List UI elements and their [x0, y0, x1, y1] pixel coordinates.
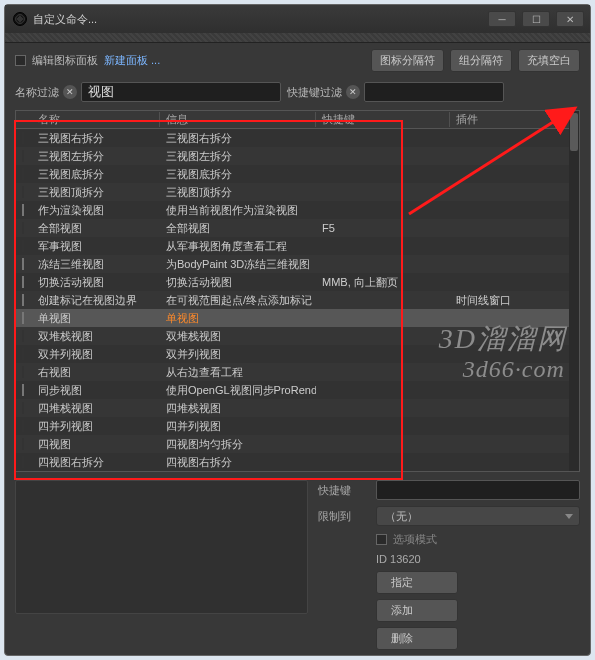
- row-icon: [22, 456, 24, 468]
- filter-row: 名称过滤 ✕ 快捷键过滤 ✕: [5, 78, 590, 110]
- delete-button[interactable]: 删除: [376, 627, 458, 650]
- table-row[interactable]: 三视图左拆分三视图左拆分: [16, 147, 579, 165]
- row-name: 四视图右拆分: [32, 455, 160, 470]
- row-icon: [22, 132, 24, 144]
- row-name: 军事视图: [32, 239, 160, 254]
- row-info: 四视图均匀拆分: [160, 437, 316, 452]
- table-row[interactable]: 四堆栈视图四堆栈视图: [16, 399, 579, 417]
- table-row[interactable]: 三视图顶拆分三视图顶拆分: [16, 183, 579, 201]
- row-info: 三视图底拆分: [160, 167, 316, 182]
- row-icon: [22, 366, 24, 378]
- row-info: 切换活动视图: [160, 275, 316, 290]
- row-shortcut: F5: [316, 222, 450, 234]
- col-plugin[interactable]: 插件: [450, 112, 560, 127]
- table-header: 名称 信息 快捷键 插件: [16, 111, 579, 129]
- row-icon: [22, 276, 24, 288]
- assign-button[interactable]: 指定: [376, 571, 458, 594]
- clear-name-filter-icon[interactable]: ✕: [63, 85, 77, 99]
- titlebar[interactable]: 自定义命令... ─ ☐ ✕: [5, 5, 590, 33]
- table-row[interactable]: 单视图单视图: [16, 309, 579, 327]
- edit-palette-label: 编辑图标面板: [32, 53, 98, 68]
- table-row[interactable]: 三视图底拆分三视图底拆分: [16, 165, 579, 183]
- table-row[interactable]: 同步视图使用OpenGL视图同步ProRend: [16, 381, 579, 399]
- fill-blank-button[interactable]: 充填空白: [518, 49, 580, 72]
- row-icon: [22, 258, 24, 270]
- row-info: 在可视范围起点/终点添加标记: [160, 293, 316, 308]
- row-info: 三视图右拆分: [160, 131, 316, 146]
- row-name: 全部视图: [32, 221, 160, 236]
- row-info: 使用OpenGL视图同步ProRend: [160, 383, 316, 398]
- row-icon: [22, 150, 24, 162]
- preview-panel: [15, 480, 308, 614]
- table-row[interactable]: 三视图右拆分三视图右拆分: [16, 129, 579, 147]
- minimize-button[interactable]: ─: [488, 11, 516, 27]
- row-icon: [22, 186, 24, 198]
- table-row[interactable]: 四并列视图四并列视图: [16, 417, 579, 435]
- id-text: ID 13620: [318, 553, 580, 565]
- new-panel-link[interactable]: 新建面板 ...: [104, 53, 160, 68]
- row-name: 三视图右拆分: [32, 131, 160, 146]
- shortcut-filter-input[interactable]: [364, 82, 504, 102]
- table-row[interactable]: 右视图从右边查看工程: [16, 363, 579, 381]
- table-row[interactable]: 全部视图全部视图F5: [16, 219, 579, 237]
- command-table: 名称 信息 快捷键 插件 三视图右拆分三视图右拆分三视图左拆分三视图左拆分三视图…: [15, 110, 580, 472]
- limit-select[interactable]: （无）: [376, 506, 580, 526]
- row-info: 从军事视图角度查看工程: [160, 239, 316, 254]
- row-icon: [22, 222, 24, 234]
- table-body[interactable]: 三视图右拆分三视图右拆分三视图左拆分三视图左拆分三视图底拆分三视图底拆分三视图顶…: [16, 129, 579, 471]
- col-name[interactable]: 名称: [32, 112, 160, 127]
- option-mode-label: 选项模式: [393, 532, 437, 547]
- maximize-button[interactable]: ☐: [522, 11, 550, 27]
- row-icon: [22, 240, 24, 252]
- table-row[interactable]: 创建标记在视图边界在可视范围起点/终点添加标记时间线窗口: [16, 291, 579, 309]
- row-icon: [22, 312, 24, 324]
- row-info: 全部视图: [160, 221, 316, 236]
- row-name: 四堆栈视图: [32, 401, 160, 416]
- option-mode-checkbox[interactable]: [376, 534, 387, 545]
- table-row[interactable]: 四视图右拆分四视图右拆分: [16, 453, 579, 471]
- row-name: 单视图: [32, 311, 160, 326]
- row-info: 三视图顶拆分: [160, 185, 316, 200]
- row-icon: [22, 402, 24, 414]
- toolbar: 编辑图标面板 新建面板 ... 图标分隔符 组分隔符 充填空白: [5, 43, 590, 78]
- table-row[interactable]: 冻结三维视图为BodyPaint 3D冻结三维视图: [16, 255, 579, 273]
- row-info: 从右边查看工程: [160, 365, 316, 380]
- window-controls: ─ ☐ ✕: [488, 11, 584, 27]
- col-shortcut[interactable]: 快捷键: [316, 112, 450, 127]
- table-row[interactable]: 四视图四视图均匀拆分: [16, 435, 579, 453]
- table-row[interactable]: 双并列视图双并列视图: [16, 345, 579, 363]
- close-button[interactable]: ✕: [556, 11, 584, 27]
- row-name: 切换活动视图: [32, 275, 160, 290]
- table-row[interactable]: 军事视图从军事视图角度查看工程: [16, 237, 579, 255]
- scrollbar[interactable]: [569, 111, 579, 471]
- titlebar-left: 自定义命令...: [13, 12, 97, 27]
- icon-separator-button[interactable]: 图标分隔符: [371, 49, 444, 72]
- shortcut-input[interactable]: [376, 480, 580, 500]
- limit-value: （无）: [385, 509, 418, 524]
- row-name: 三视图顶拆分: [32, 185, 160, 200]
- name-filter-input[interactable]: [81, 82, 281, 102]
- row-info: 双堆栈视图: [160, 329, 316, 344]
- row-info: 三视图左拆分: [160, 149, 316, 164]
- scrollbar-thumb[interactable]: [570, 113, 578, 151]
- group-separator-button[interactable]: 组分隔符: [450, 49, 512, 72]
- row-icon: [22, 168, 24, 180]
- row-name: 创建标记在视图边界: [32, 293, 160, 308]
- table-row[interactable]: 切换活动视图切换活动视图MMB, 向上翻页: [16, 273, 579, 291]
- row-info: 四并列视图: [160, 419, 316, 434]
- row-name: 双并列视图: [32, 347, 160, 362]
- form-panel: 快捷键 限制到 （无） 选项模式 ID 13620 指定 添加: [318, 480, 580, 650]
- edit-palette-checkbox[interactable]: [15, 55, 26, 66]
- row-icon: [22, 420, 24, 432]
- shortcut-filter-label: 快捷键过滤: [287, 85, 342, 100]
- row-plugin: 时间线窗口: [450, 293, 560, 308]
- table-row[interactable]: 双堆栈视图双堆栈视图: [16, 327, 579, 345]
- row-name: 四并列视图: [32, 419, 160, 434]
- add-button[interactable]: 添加: [376, 599, 458, 622]
- clear-shortcut-filter-icon[interactable]: ✕: [346, 85, 360, 99]
- row-icon: [22, 294, 24, 306]
- col-info[interactable]: 信息: [160, 112, 316, 127]
- row-name: 双堆栈视图: [32, 329, 160, 344]
- table-row[interactable]: 作为渲染视图使用当前视图作为渲染视图: [16, 201, 579, 219]
- grip-strip[interactable]: [5, 33, 590, 43]
